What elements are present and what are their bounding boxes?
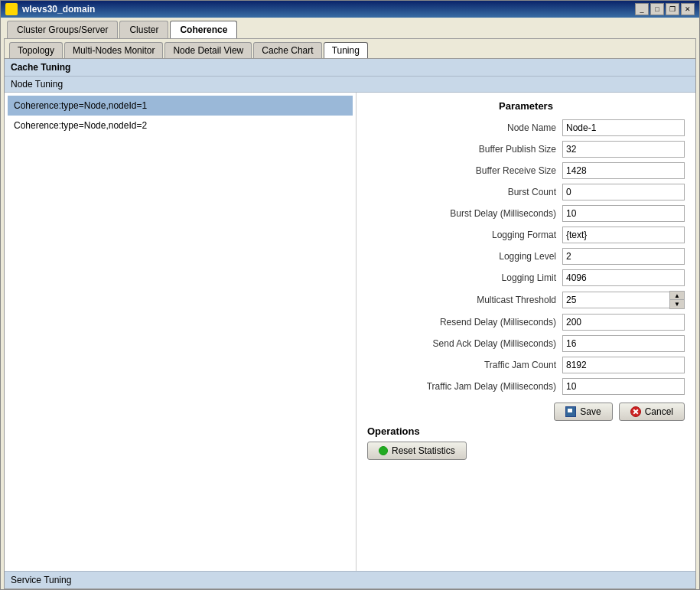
input-traffic-delay[interactable] (562, 378, 685, 395)
sub-tab-cache-chart[interactable]: Cache Chart (253, 42, 321, 58)
input-burst-delay[interactable] (562, 205, 685, 222)
sub-tab-topology[interactable]: Topology (9, 42, 63, 58)
main-tab-bar: Cluster Groups/Server Cluster Coherence (1, 18, 699, 38)
restore-button[interactable]: ❐ (666, 3, 679, 15)
param-row-burst-delay: Burst Delay (Milliseconds) (367, 205, 685, 222)
input-logging-level[interactable] (562, 248, 685, 265)
param-row-traffic-count: Traffic Jam Count (367, 357, 685, 373)
minimize-button[interactable]: _ (635, 3, 649, 15)
param-row-buffer-receive: Buffer Receive Size (367, 162, 685, 179)
label-buffer-receive: Buffer Receive Size (476, 165, 556, 176)
spinner-down-button[interactable]: ▼ (670, 300, 684, 308)
param-row-burst-count: Burst Count (367, 184, 685, 200)
param-row-multicast: Multicast Threshold ▲ ▼ (367, 291, 685, 309)
label-burst-count: Burst Count (508, 187, 556, 197)
input-buffer-publish[interactable] (562, 141, 685, 158)
param-row-resend-delay: Resend Delay (Milliseconds) (367, 314, 685, 331)
param-row-logging-level: Logging Level (367, 248, 685, 265)
tab-cluster-groups[interactable]: Cluster Groups/Server (7, 21, 118, 38)
label-logging-limit: Logging Limit (502, 272, 556, 283)
input-send-ack[interactable] (562, 335, 685, 352)
label-burst-delay: Burst Delay (Milliseconds) (450, 208, 556, 219)
save-icon (565, 406, 576, 417)
window-title: wlevs30_domain (22, 4, 95, 15)
param-row-buffer-publish: Buffer Publish Size (367, 141, 685, 158)
input-multicast[interactable] (562, 292, 669, 308)
label-buffer-publish: Buffer Publish Size (479, 144, 556, 155)
cancel-button[interactable]: Cancel (619, 403, 685, 421)
operations-title: Operations (367, 425, 685, 437)
input-resend-delay[interactable] (562, 314, 685, 331)
action-buttons: Save Cancel (367, 403, 685, 421)
label-multicast: Multicast Threshold (477, 295, 556, 305)
tuning-body: Coherence:type=Node,nodeId=1 Coherence:t… (5, 93, 695, 571)
input-traffic-count[interactable] (562, 357, 685, 373)
save-button[interactable]: Save (554, 403, 612, 421)
bottom-bar: Service Tuning (5, 571, 695, 588)
input-burst-count[interactable] (562, 184, 685, 200)
node-item-2[interactable]: Coherence:type=Node,nodeId=2 (8, 116, 353, 135)
node-list: Coherence:type=Node,nodeId=1 Coherence:t… (5, 93, 357, 571)
input-logging-limit[interactable] (562, 269, 685, 286)
spinner-multicast: ▲ ▼ (562, 291, 685, 309)
maximize-button[interactable]: □ (650, 3, 664, 15)
title-bar: wlevs30_domain _ □ ❐ ✕ (1, 1, 699, 18)
cache-tuning-header: Cache Tuning (5, 59, 695, 77)
label-logging-level: Logging Level (499, 251, 556, 262)
label-node-name: Node Name (507, 122, 556, 133)
title-bar-left: wlevs30_domain (5, 3, 95, 15)
reset-statistics-button[interactable]: Reset Statistics (367, 442, 467, 460)
operations-area: Reset Statistics (367, 442, 685, 460)
label-resend-delay: Resend Delay (Milliseconds) (440, 317, 556, 328)
sub-tab-tuning[interactable]: Tuning (324, 42, 368, 58)
param-row-logging-format: Logging Format (367, 227, 685, 243)
parameters-panel: Parameters Node Name Buffer Publish Size… (357, 93, 695, 571)
cancel-icon (630, 406, 641, 417)
sub-tab-bar: Topology Multi-Nodes Monitor Node Detail… (5, 39, 695, 59)
spinner-up-button[interactable]: ▲ (670, 292, 684, 300)
tab-cluster[interactable]: Cluster (119, 21, 168, 38)
label-traffic-delay: Traffic Jam Delay (Milliseconds) (427, 381, 556, 392)
input-logging-format[interactable] (562, 227, 685, 243)
title-buttons: _ □ ❐ ✕ (635, 3, 695, 15)
param-row-traffic-delay: Traffic Jam Delay (Milliseconds) (367, 378, 685, 395)
window-icon (5, 3, 18, 15)
sub-tab-node-detail[interactable]: Node Detail View (164, 42, 252, 58)
label-send-ack: Send Ack Delay (Milliseconds) (433, 338, 556, 349)
param-row-logging-limit: Logging Limit (367, 269, 685, 286)
label-logging-format: Logging Format (492, 230, 556, 240)
param-row-send-ack: Send Ack Delay (Milliseconds) (367, 335, 685, 352)
reset-icon (379, 446, 388, 455)
label-traffic-count: Traffic Jam Count (484, 360, 556, 370)
main-window: wlevs30_domain _ □ ❐ ✕ Cluster Groups/Se… (0, 0, 700, 590)
tab-coherence[interactable]: Coherence (170, 21, 237, 38)
input-buffer-receive[interactable] (562, 162, 685, 179)
sub-tab-multi-nodes[interactable]: Multi-Nodes Monitor (64, 42, 163, 58)
close-button[interactable]: ✕ (681, 3, 695, 15)
spinner-buttons: ▲ ▼ (669, 291, 685, 309)
content-area: Topology Multi-Nodes Monitor Node Detail… (4, 38, 696, 589)
tab-content: Cache Tuning Node Tuning Coherence:type=… (5, 59, 695, 571)
input-node-name[interactable] (562, 119, 685, 136)
node-item-1[interactable]: Coherence:type=Node,nodeId=1 (8, 96, 353, 116)
param-row-node-name: Node Name (367, 119, 685, 136)
node-tuning-header: Node Tuning (5, 77, 695, 93)
parameters-title: Parameters (367, 100, 685, 112)
